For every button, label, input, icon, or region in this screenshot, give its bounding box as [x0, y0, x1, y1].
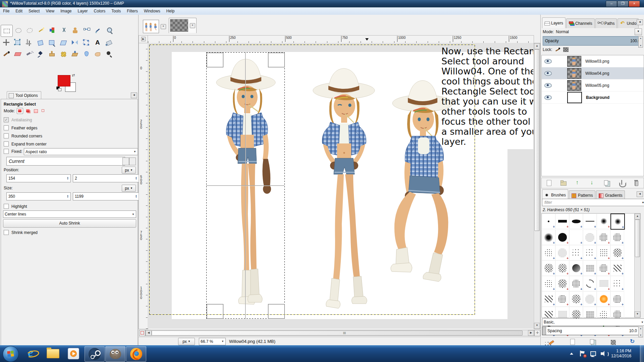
brush-cell[interactable]: +: [555, 276, 569, 291]
taskbar-button-steam[interactable]: [85, 346, 105, 362]
selection-edge-right[interactable]: [284, 52, 285, 319]
maximize-button[interactable]: ❐: [617, 1, 629, 7]
brush-cell[interactable]: +: [555, 260, 569, 276]
brush-cell[interactable]: +: [569, 260, 583, 276]
cage-transform-tool[interactable]: [80, 37, 92, 48]
delete-brush-icon[interactable]: [611, 340, 616, 345]
selection-handle-topleft[interactable]: [207, 53, 223, 67]
layer-visibility-icon[interactable]: [544, 95, 552, 100]
brush-cell[interactable]: +: [583, 245, 597, 260]
new-layer-icon[interactable]: [545, 180, 553, 186]
brush-cell-selected[interactable]: +: [610, 214, 625, 230]
dock-collapse-button[interactable]: ◄: [637, 19, 643, 25]
default-colors-icon[interactable]: [56, 86, 62, 91]
duplicate-layer-icon[interactable]: [603, 180, 611, 186]
status-zoom-dropdown[interactable]: 66.7 %▼: [199, 338, 226, 345]
spacing-slider-handle[interactable]: [542, 327, 546, 335]
brush-cell[interactable]: +: [597, 214, 610, 229]
color-picker-tool[interactable]: [93, 25, 104, 36]
layers-tab-layers[interactable]: Layers: [542, 17, 566, 28]
portrait-orientation-button[interactable]: [122, 158, 129, 165]
taskbar-button-firefox[interactable]: [126, 346, 146, 362]
brush-cell[interactable]: +: [542, 245, 555, 260]
brush-cell[interactable]: +: [555, 214, 569, 229]
mode-add-button[interactable]: [25, 108, 31, 114]
menu-filters[interactable]: Filters: [124, 8, 141, 14]
taskbar-button-windows-media-player[interactable]: [64, 346, 83, 361]
layer-row-willow05-png[interactable]: Willow05.png: [542, 79, 644, 92]
network-icon[interactable]: [590, 350, 596, 357]
show-desktop-button[interactable]: [640, 345, 644, 362]
raise-layer-icon[interactable]: [575, 180, 582, 186]
new-brush-icon[interactable]: [569, 339, 576, 345]
mode-intersect-button[interactable]: [41, 108, 46, 114]
selection-handle-topright[interactable]: [268, 53, 285, 67]
lower-layer-icon[interactable]: [589, 180, 596, 186]
layer-row-willow03-png[interactable]: Willow03.png: [542, 55, 644, 67]
mode-subtract-button[interactable]: [33, 108, 39, 114]
clone-tool[interactable]: [46, 48, 58, 60]
size-height-field[interactable]: 1199▲▼: [73, 192, 139, 200]
auto-shrink-button[interactable]: Auto Shrink: [3, 219, 136, 228]
move-tool[interactable]: [1, 37, 12, 48]
flip-tool[interactable]: [69, 37, 80, 48]
delete-layer-icon[interactable]: [633, 180, 640, 186]
expand-from-center-checkbox[interactable]: [4, 141, 9, 146]
perspective-clone-tool[interactable]: [69, 48, 80, 60]
brush-cell[interactable]: +: [542, 230, 555, 245]
scroll-up-icon[interactable]: ▲: [534, 43, 540, 49]
heal-tool[interactable]: [58, 48, 69, 60]
alignment-tool[interactable]: [12, 37, 23, 48]
landscape-orientation-button[interactable]: [129, 158, 136, 165]
spacing-spinner[interactable]: ▲▼: [638, 326, 643, 337]
eraser-tool[interactable]: [12, 48, 23, 60]
brush-cell[interactable]: +: [542, 276, 555, 291]
fuzzy-select-tool[interactable]: [36, 25, 47, 36]
brush-cell[interactable]: +: [555, 245, 569, 260]
free-select-tool[interactable]: [24, 25, 36, 36]
scroll-up-icon[interactable]: ▲: [635, 214, 640, 220]
brush-cell[interactable]: +: [583, 276, 597, 291]
scroll-down-icon[interactable]: ▼: [534, 323, 540, 329]
brush-cell[interactable]: +: [583, 214, 597, 229]
tool-options-tab[interactable]: Tool Options: [7, 91, 41, 100]
brush-cell[interactable]: +: [555, 291, 569, 307]
ink-tool[interactable]: [35, 48, 46, 60]
brush-cell[interactable]: +: [610, 260, 624, 276]
dock-collapse-button[interactable]: ◄: [637, 191, 643, 197]
menu-windows[interactable]: Windows: [141, 8, 163, 14]
brush-cell[interactable]: +: [583, 230, 597, 245]
layer-visibility-icon[interactable]: [544, 83, 552, 88]
vertical-scrollbar[interactable]: ▲ ▼: [534, 43, 540, 329]
foreground-select-tool[interactable]: [70, 25, 81, 36]
minimize-button[interactable]: –: [606, 1, 617, 7]
brush-cell[interactable]: +: [597, 276, 610, 291]
spacing-slider[interactable]: Spacing 10.0: [542, 326, 639, 335]
selection-handle-bottomleft[interactable]: [207, 304, 223, 319]
layers-tab-undo[interactable]: Undo: [618, 18, 639, 28]
foreground-color-swatch[interactable]: [58, 75, 70, 86]
rounded-corners-checkbox[interactable]: [4, 133, 9, 138]
brush-cell[interactable]: +: [583, 260, 597, 276]
guide-style-dropdown[interactable]: Center lines▼: [3, 210, 136, 218]
status-unit-dropdown[interactable]: px▼: [178, 338, 195, 345]
close-image-icon[interactable]: ×: [190, 23, 195, 28]
bucket-fill-tool[interactable]: [103, 37, 115, 48]
lock-pixels-icon[interactable]: [555, 47, 560, 52]
anchor-layer-icon[interactable]: [618, 180, 626, 186]
position-y-field[interactable]: 2▲▼: [73, 174, 139, 182]
text-tool[interactable]: [92, 37, 103, 48]
layer-visibility-icon[interactable]: [544, 59, 552, 64]
brush-filter-input[interactable]: filter ▼: [542, 199, 644, 206]
taskbar-button-windows-explorer[interactable]: [43, 346, 62, 361]
zoom-tool[interactable]: [104, 25, 115, 36]
refresh-brushes-icon[interactable]: [629, 339, 637, 345]
layers-tab-paths[interactable]: Paths: [595, 18, 617, 28]
brush-cell[interactable]: +: [542, 214, 555, 229]
canvas-viewport[interactable]: Now, use the Rectangle Select tool aroun…: [148, 43, 533, 328]
menu-view[interactable]: View: [43, 8, 57, 14]
dodge-burn-tool[interactable]: [103, 48, 115, 60]
layers-tab-channels[interactable]: Channels: [566, 18, 595, 28]
shrink-merged-checkbox[interactable]: [4, 230, 9, 235]
scroll-right-icon[interactable]: ▶: [528, 330, 534, 336]
